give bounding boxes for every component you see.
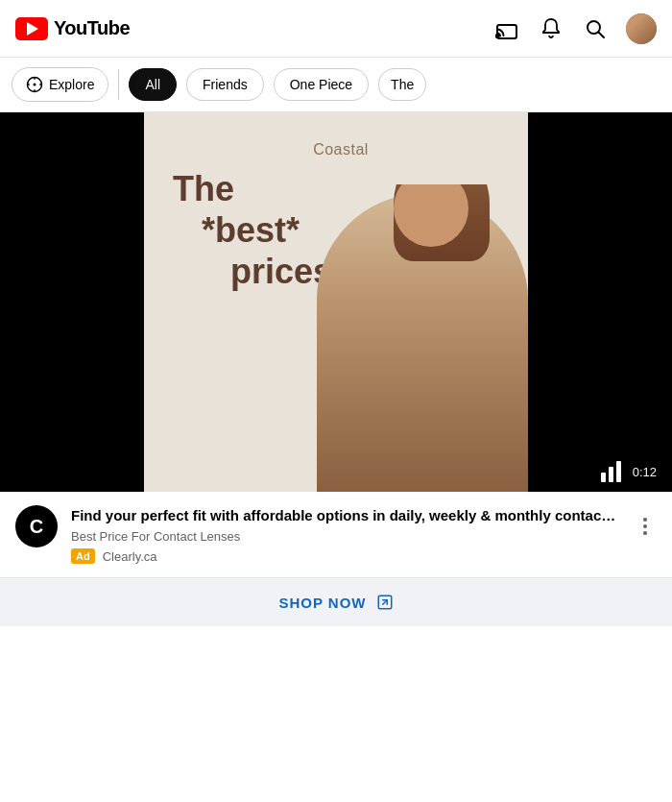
svg-point-6 <box>34 84 36 86</box>
cast-svg <box>495 17 518 40</box>
filter-chip-one-piece[interactable]: One Piece <box>274 68 369 101</box>
bar3 <box>616 461 621 482</box>
filter-chip-friends[interactable]: Friends <box>186 68 264 101</box>
channel-avatar[interactable]: C <box>15 505 58 547</box>
brand-label: Coastal <box>313 141 369 158</box>
youtube-wordmark: YouTube <box>54 17 130 39</box>
ad-channel-name: Best Price For Contact Lenses <box>71 529 620 544</box>
shop-now-bar[interactable]: SHOP NOW <box>0 578 672 626</box>
channel-initial: C <box>30 516 43 538</box>
headline-line2: *best* <box>173 210 300 250</box>
ad-overlay: Coastal The *best* prices <box>144 112 528 492</box>
filter-the-label: The <box>391 77 414 92</box>
filter-chip-the[interactable]: The <box>378 68 426 101</box>
video-player[interactable]: Coastal The *best* prices 0:12 <box>0 112 672 492</box>
header-right <box>493 13 657 44</box>
video-controls-overlay: 0:12 <box>601 461 662 482</box>
play-triangle <box>27 22 38 36</box>
youtube-icon <box>15 17 48 40</box>
compass-icon <box>26 76 43 93</box>
search-svg <box>584 17 607 40</box>
filter-bar: Explore All Friends One Piece The <box>0 58 672 112</box>
filter-chip-all[interactable]: All <box>129 68 177 101</box>
filter-one-piece-label: One Piece <box>290 77 352 92</box>
header: YouTube <box>0 0 672 58</box>
explore-chip[interactable]: Explore <box>12 67 108 102</box>
avatar-image <box>626 13 657 44</box>
filter-divider <box>118 69 119 100</box>
bar2 <box>609 467 613 482</box>
external-link-icon <box>376 594 394 611</box>
volume-bars <box>601 461 621 482</box>
three-dots-icon <box>643 518 647 535</box>
explore-label: Explore <box>49 77 94 92</box>
ad-title: Find your perfect fit with affordable op… <box>71 505 620 525</box>
shop-now-text: SHOP NOW <box>278 595 366 611</box>
video-duration: 0:12 <box>627 463 662 481</box>
cast-icon[interactable] <box>493 15 520 42</box>
bell-svg <box>540 17 563 40</box>
search-icon[interactable] <box>582 15 609 42</box>
ad-url: Clearly.ca <box>103 549 157 564</box>
dot3 <box>643 531 647 535</box>
headline-line1: The <box>173 169 234 208</box>
avatar[interactable] <box>626 13 657 44</box>
dot1 <box>643 518 647 522</box>
header-left: YouTube <box>15 17 130 40</box>
bar1 <box>601 473 606 482</box>
ad-badge-row: Ad Clearly.ca <box>71 548 620 564</box>
ad-info-section: C Find your perfect fit with affordable … <box>0 492 672 578</box>
dot2 <box>643 524 647 528</box>
youtube-logo[interactable]: YouTube <box>15 17 130 40</box>
person-illustration <box>307 184 528 492</box>
svg-line-4 <box>599 32 605 37</box>
ad-text-block: Find your perfect fit with affordable op… <box>71 505 620 564</box>
filter-friends-label: Friends <box>203 77 248 92</box>
svg-point-1 <box>496 35 499 37</box>
filter-all-label: All <box>145 77 160 92</box>
ad-badge: Ad <box>71 548 95 564</box>
more-options-button[interactable] <box>634 505 657 547</box>
bell-icon[interactable] <box>538 15 564 42</box>
